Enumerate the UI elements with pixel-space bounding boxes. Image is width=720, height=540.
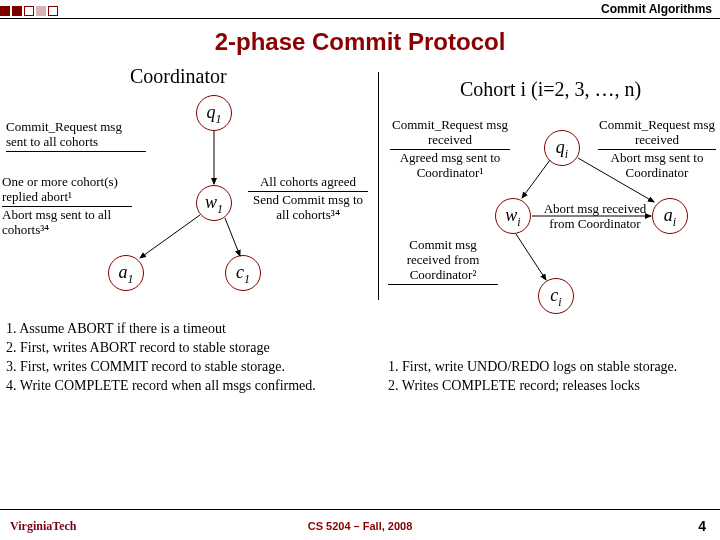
trans-w1-a1: One or more cohort(s) replied abort¹ Abo… [2, 175, 132, 238]
trans-w1-c1: All cohorts agreed Send Commit msg to al… [248, 175, 368, 223]
state-a1: a1 [108, 255, 144, 291]
trans-wi-ci: Commit msg received from Coordinator² [388, 238, 498, 286]
state-qi: qi [544, 130, 580, 166]
trans-q1-w1: Commit_Request msg sent to all cohorts [6, 120, 146, 153]
footer-page-number: 4 [698, 518, 706, 534]
state-wi: wi [495, 198, 531, 234]
state-ai: ai [652, 198, 688, 234]
cohort-heading: Cohort i (i=2, 3, …, n) [460, 78, 641, 101]
svg-line-1 [140, 215, 200, 258]
svg-line-3 [522, 160, 550, 198]
footer-course: CS 5204 – Fall, 2008 [0, 520, 720, 532]
cohort-notes: 1. First, write UNDO/REDO logs on stable… [388, 358, 718, 396]
state-ci: ci [538, 278, 574, 314]
topbar: Commit Algorithms [0, 0, 720, 18]
center-divider [378, 72, 379, 300]
state-c1: c1 [225, 255, 261, 291]
topic-label: Commit Algorithms [601, 2, 712, 16]
trans-qi-wi: Commit_Request msg received Agreed msg s… [390, 118, 510, 181]
state-q1: q1 [196, 95, 232, 131]
state-w1: w1 [196, 185, 232, 221]
trans-wi-ai: Abort msg received from Coordinator [540, 202, 650, 232]
coordinator-heading: Coordinator [130, 65, 227, 88]
page-title: 2-phase Commit Protocol [0, 28, 720, 56]
top-divider [0, 18, 720, 19]
coordinator-notes: 1. Assume ABORT if there is a timeout 2.… [6, 320, 366, 396]
svg-line-2 [225, 218, 240, 256]
svg-line-6 [516, 234, 546, 280]
bottom-divider [0, 509, 720, 510]
trans-qi-ai: Commit_Request msg received Abort msg se… [598, 118, 716, 181]
